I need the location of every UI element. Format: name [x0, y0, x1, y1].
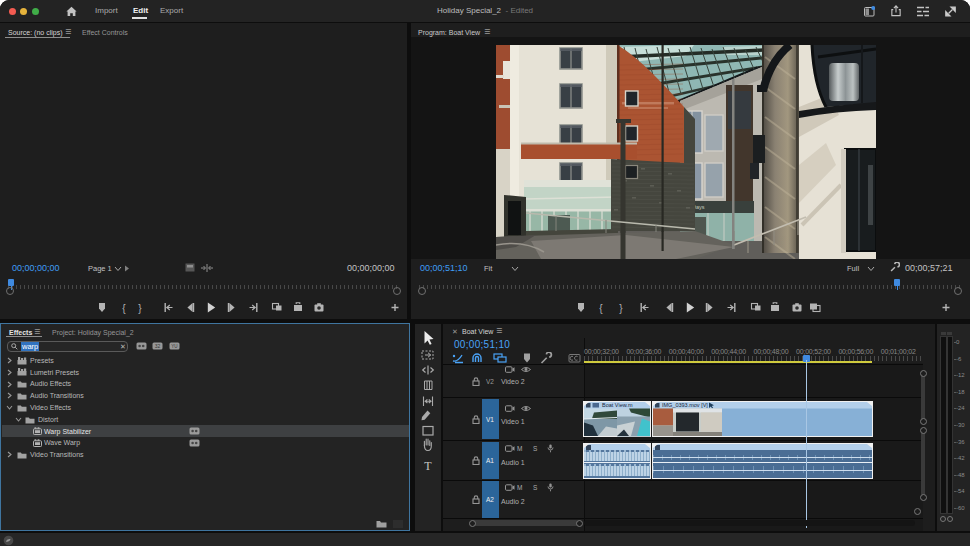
- svg-text:{: {: [599, 302, 603, 313]
- svg-text:{: {: [122, 302, 126, 313]
- svg-text:}: }: [138, 302, 142, 313]
- svg-text:}: }: [619, 302, 623, 313]
- svg-text:T: T: [424, 459, 432, 473]
- svg-text:Boat View.m: Boat View.m: [602, 402, 633, 408]
- svg-text:YU: YU: [171, 344, 177, 349]
- svg-text:32: 32: [155, 343, 161, 349]
- svg-text:IMG_0393.mov [V]: IMG_0393.mov [V]: [662, 402, 708, 408]
